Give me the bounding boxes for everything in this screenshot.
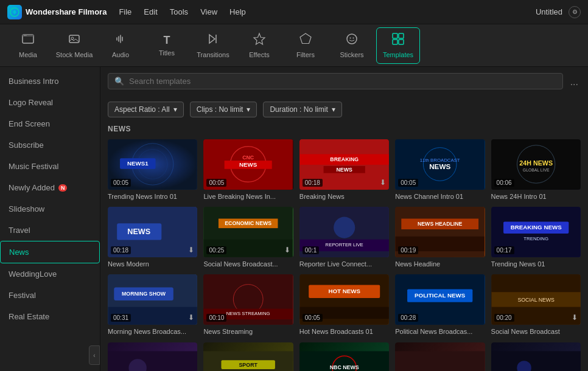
template-card-news-modern[interactable]: NEWS 00:18 ⬇ News Modern [108, 207, 197, 268]
template-label-5: News 24H Intro 01 [491, 192, 581, 201]
template-card-row4-c[interactable]: NBC NEWS [299, 342, 389, 371]
svg-text:NBC NEWS: NBC NEWS [329, 364, 359, 370]
sidebar-label-wedding-love: WeddingLove [9, 269, 57, 279]
template-card-morning-news[interactable]: MORNING SHOW 00:31 ⬇ Morning News Broadc… [108, 274, 197, 336]
main-layout: Business Intro Logo Reveal End Screen Su… [0, 67, 588, 371]
template-time-5: 00:06 [494, 179, 514, 187]
search-icon: 🔍 [114, 77, 124, 86]
download-icon-6: ⬇ [188, 246, 194, 254]
menu-help[interactable]: Help [229, 7, 246, 16]
filters-label: Filters [296, 51, 315, 58]
svg-text:NEWS HEADLINE: NEWS HEADLINE [418, 221, 463, 227]
sidebar-item-end-screen[interactable]: End Screen [0, 113, 100, 134]
sidebar-item-news[interactable]: News [0, 241, 100, 263]
templates-icon [391, 32, 405, 49]
sidebar-item-real-estate[interactable]: Real Estate [0, 306, 100, 327]
filter-aspect-ratio[interactable]: Aspect Ratio : All ▾ [108, 102, 184, 117]
tool-titles[interactable]: T Titles [145, 27, 189, 64]
svg-marker-9 [254, 33, 265, 44]
tool-stock-media[interactable]: Stock Media [52, 27, 96, 64]
filter-duration-label: Duration : No limit [270, 105, 327, 114]
template-card-breaking-news[interactable]: BREAKING NEWS 00:18 ⬇ Breaking News [299, 139, 389, 201]
svg-rect-16 [393, 40, 397, 44]
svg-rect-5 [69, 35, 79, 43]
template-thumb-3: BREAKING NEWS 00:18 ⬇ [299, 139, 389, 190]
template-card-news-streaming[interactable]: NEWS STREAMING 00:10 News Streaming [203, 274, 293, 336]
app-logo: Wondershare Filmora [7, 5, 107, 19]
svg-rect-15 [399, 33, 404, 38]
template-time-3: 00:18 [303, 179, 323, 187]
template-thumb-4: 11th BROADCAST NEWS 00:05 [395, 139, 485, 190]
transitions-icon [206, 32, 220, 49]
template-label-1: Trending News Intro 01 [108, 192, 197, 201]
audio-icon [114, 32, 127, 49]
filter-duration[interactable]: Duration : No limit ▾ [263, 102, 341, 117]
filter-clips[interactable]: Clips : No limit ▾ [190, 102, 257, 117]
sidebar-item-logo-reveal[interactable]: Logo Reveal [0, 92, 100, 113]
menu-tools[interactable]: Tools [170, 7, 188, 16]
template-time-14: 00:28 [398, 314, 418, 322]
template-card-reporter-live[interactable]: REPORTER LIVE 00:1 Reporter Live Connect… [299, 207, 389, 268]
tool-transitions[interactable]: Transitions [191, 27, 235, 64]
template-card-news-headline[interactable]: NEWS HEADLINE 00:19 News Headline [395, 207, 485, 268]
settings-button[interactable]: ⚙ [569, 6, 581, 18]
svg-text:MORNING SHOW: MORNING SHOW [122, 291, 166, 297]
template-card-row4-d[interactable] [395, 342, 485, 371]
template-card-row4-a[interactable] [108, 342, 197, 371]
titlebar-right: Untitled ⚙ [536, 6, 581, 18]
stock-media-icon [68, 32, 81, 49]
template-card-news-24h-intro[interactable]: 24H NEWS GLOBAL LIVE 00:06 News 24H Intr… [491, 139, 581, 201]
svg-text:REPORTER LIVE: REPORTER LIVE [325, 243, 363, 248]
effects-label: Effects [249, 51, 269, 58]
template-card-live-breaking-news[interactable]: CNC NEWS 00:05 Live Breaking News In... [203, 139, 293, 201]
template-label-2: Live Breaking News In... [203, 192, 293, 201]
template-card-row4-e[interactable] [491, 342, 581, 371]
template-thumb-17: SPORT [203, 342, 293, 371]
sidebar-item-business-intro[interactable]: Business Intro [0, 71, 100, 92]
tool-audio[interactable]: Audio [99, 27, 142, 64]
svg-text:NEWS: NEWS [336, 167, 352, 173]
sidebar-item-newly-added[interactable]: Newly Added N [0, 177, 100, 198]
sidebar-item-wedding-love[interactable]: WeddingLove [0, 263, 100, 285]
tool-templates[interactable]: Templates [376, 27, 420, 64]
sidebar-item-subscribe[interactable]: Subscribe [0, 134, 100, 156]
sidebar-item-travel[interactable]: Travel [0, 220, 100, 241]
template-card-news-channel-intro[interactable]: 11th BROADCAST NEWS 00:05 News Channel I… [395, 139, 485, 201]
template-card-social-news-broadcast2[interactable]: SOCIAL NEWS 00:20 ⬇ Social News Broadcas… [491, 274, 581, 336]
template-card-political-news[interactable]: POLITICAL NEWS 00:28 Political News Broa… [395, 274, 485, 336]
svg-text:NEWS: NEWS [239, 161, 257, 168]
sidebar-label-logo-reveal: Logo Reveal [9, 98, 53, 107]
template-card-row4-b[interactable]: SPORT [203, 342, 293, 371]
svg-text:TRENDING: TRENDING [523, 236, 548, 241]
sidebar-collapse-button[interactable]: ‹ [89, 345, 100, 365]
content-area: 🔍 ··· Aspect Ratio : All ▾ Clips : No li… [100, 67, 588, 371]
template-card-social-news-broadcast[interactable]: ECONOMIC NEWS 00:25 ⬇ Social News Broadc… [203, 207, 293, 268]
svg-marker-7 [209, 35, 215, 43]
sidebar-item-music-festival[interactable]: Music Festival [0, 156, 100, 177]
download-icon-11: ⬇ [188, 313, 194, 322]
tool-effects[interactable]: Effects [237, 27, 281, 64]
template-card-trending-news-intro[interactable]: NEWS1 00:05 Trending News Intro 01 [108, 139, 197, 201]
tool-media[interactable]: Media [6, 27, 50, 64]
sidebar-label-music-festival: Music Festival [9, 162, 58, 171]
stock-media-label: Stock Media [56, 51, 93, 58]
template-label-9: News Headline [395, 260, 485, 268]
sidebar-item-festival[interactable]: Festival [0, 285, 100, 306]
more-options-button[interactable]: ··· [568, 79, 581, 90]
template-label-13: Hot News Broadcasts 01 [299, 327, 389, 336]
tool-filters[interactable]: Filters [284, 27, 327, 64]
template-time-1: 00:05 [111, 179, 131, 187]
menu-view[interactable]: View [200, 7, 217, 16]
svg-rect-17 [399, 40, 404, 44]
template-thumb-2: CNC NEWS 00:05 [203, 139, 293, 190]
template-label-7: Social News Broadcast... [203, 260, 293, 268]
template-thumb-15: SOCIAL NEWS 00:20 ⬇ [491, 274, 581, 325]
tool-stickers[interactable]: Stickers [330, 27, 374, 64]
menu-edit[interactable]: Edit [144, 7, 157, 16]
template-card-trending-news-01[interactable]: BREAKING NEWS TRENDING 00:17 Trending Ne… [491, 207, 581, 268]
search-input[interactable] [129, 77, 556, 86]
svg-rect-78 [108, 351, 197, 371]
sidebar-item-slideshow[interactable]: Slideshow [0, 198, 100, 220]
menu-file[interactable]: File [119, 7, 131, 16]
template-card-hot-news-broadcast[interactable]: HOT NEWS 00:05 Hot News Broadcasts 01 [299, 274, 389, 336]
